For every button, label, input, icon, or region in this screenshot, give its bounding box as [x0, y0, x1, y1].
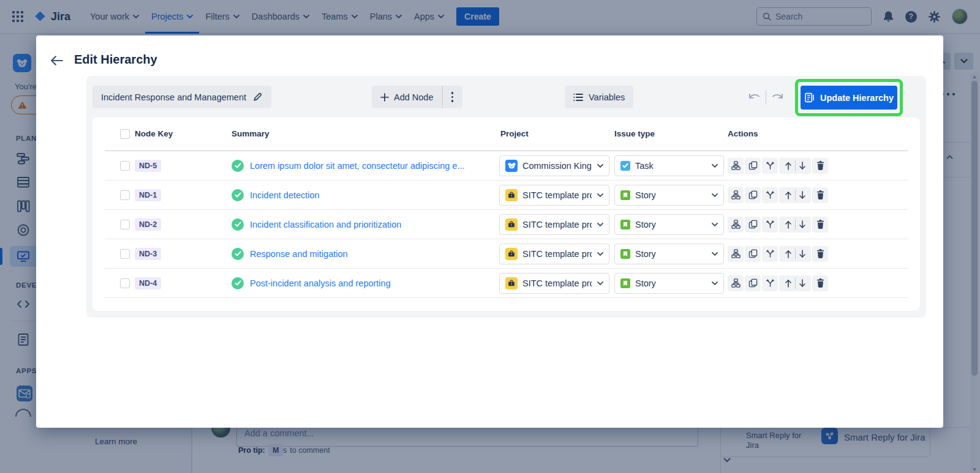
issue-type-select[interactable]: Story [614, 214, 724, 235]
plus-icon [380, 93, 389, 102]
arrow-up-icon[interactable] [784, 279, 793, 288]
arrow-up-icon[interactable] [784, 191, 793, 199]
move-node-buttons[interactable] [779, 187, 811, 203]
project-select[interactable]: SITC template proje [499, 244, 609, 264]
col-summary: Summary [232, 129, 270, 138]
duplicate-node-button[interactable] [745, 275, 761, 291]
table-row: ND-3 Response and mitigation SITC templa… [105, 239, 908, 269]
update-hierarchy-button[interactable]: Update Hierarchy [801, 86, 897, 110]
node-key-badge: ND-1 [135, 189, 161, 201]
trash-icon [816, 161, 824, 170]
status-done-icon [232, 160, 244, 172]
issue-type-select-value: Story [635, 220, 656, 229]
node-key-badge: ND-2 [135, 218, 161, 231]
row-actions [728, 275, 828, 291]
hierarchy-table-card: Node Key Summary Project Issue type Acti… [92, 117, 920, 311]
issue-type-select[interactable]: Story [614, 244, 724, 264]
arrow-down-icon[interactable] [798, 162, 807, 170]
delete-node-button[interactable] [812, 246, 828, 262]
project-select-value: SITC template proje [522, 278, 592, 288]
trash-icon [816, 190, 824, 199]
summary-link[interactable]: Incident detection [250, 190, 320, 200]
issue-type-select[interactable]: Story [614, 273, 724, 294]
table-body: ND-5 Lorem ipsum dolor sit amet, consect… [92, 151, 920, 298]
arrow-up-icon[interactable] [784, 220, 793, 229]
row-checkbox[interactable] [120, 278, 130, 288]
hierarchy-name-chip[interactable]: Incident Response and Management [92, 86, 271, 108]
copy-icon [748, 249, 758, 258]
delete-node-button[interactable] [812, 275, 828, 291]
issue-type-icon [620, 278, 630, 288]
move-node-buttons[interactable] [779, 275, 811, 291]
redo-button[interactable] [766, 92, 789, 103]
arrow-down-icon[interactable] [798, 220, 807, 229]
project-select[interactable]: SITC template proje [499, 273, 609, 294]
summary-link[interactable]: Response and mitigation [250, 249, 348, 259]
row-checkbox[interactable] [120, 249, 130, 259]
row-checkbox[interactable] [120, 161, 130, 171]
move-node-buttons[interactable] [779, 246, 811, 262]
move-node-buttons[interactable] [779, 158, 811, 174]
delete-node-button[interactable] [812, 187, 828, 203]
delete-node-button[interactable] [812, 158, 828, 174]
duplicate-node-button[interactable] [745, 217, 761, 233]
issue-type-select-value: Story [635, 190, 656, 200]
summary-link[interactable]: Lorem ipsum dolor sit amet, consectetur … [250, 161, 465, 171]
col-project: Project [500, 129, 529, 138]
arrow-up-icon[interactable] [784, 162, 793, 170]
add-child-node-button[interactable] [728, 275, 744, 291]
project-avatar [505, 189, 518, 201]
arrow-up-icon[interactable] [784, 250, 793, 258]
back-button[interactable] [50, 54, 64, 69]
add-node-button[interactable]: Add Node [372, 86, 442, 108]
status-done-icon [232, 218, 244, 231]
issue-type-select-value: Story [635, 278, 656, 288]
row-checkbox[interactable] [120, 190, 130, 200]
issue-type-select-value: Story [635, 249, 656, 259]
delete-node-button[interactable] [812, 217, 828, 233]
split-node-button[interactable] [762, 217, 778, 233]
add-node-more-button[interactable] [443, 86, 462, 108]
hierarchy-icon [731, 190, 741, 199]
split-node-button[interactable] [762, 246, 778, 262]
chevron-down-icon [712, 281, 718, 285]
page-title: Edit Hierarchy [74, 53, 157, 67]
issue-type-icon [620, 220, 630, 229]
issue-type-select-value: Task [635, 161, 654, 171]
split-node-button[interactable] [762, 158, 778, 174]
arrow-down-icon[interactable] [798, 279, 807, 288]
issue-type-select[interactable]: Task [614, 155, 724, 176]
variables-button[interactable]: Variables [565, 86, 633, 108]
issue-type-select[interactable]: Story [614, 185, 724, 206]
table-row: ND-4 Post-incident analysis and reportin… [105, 269, 908, 298]
row-actions [728, 187, 828, 203]
move-node-buttons[interactable] [779, 217, 811, 233]
split-node-button[interactable] [762, 275, 778, 291]
duplicate-node-button[interactable] [745, 187, 761, 203]
row-checkbox[interactable] [120, 220, 130, 229]
project-select[interactable]: SITC template proje [499, 185, 609, 206]
project-select[interactable]: SITC template proje [499, 214, 609, 235]
copy-icon [748, 278, 758, 288]
summary-link[interactable]: Post-incident analysis and reporting [250, 278, 391, 288]
project-select[interactable]: Commission Kings [499, 155, 609, 176]
duplicate-node-button[interactable] [745, 246, 761, 262]
arrow-down-icon[interactable] [798, 191, 807, 199]
split-node-button[interactable] [762, 187, 778, 203]
duplicate-node-button[interactable] [745, 158, 761, 174]
project-avatar [505, 160, 518, 172]
hierarchy-icon [731, 220, 741, 229]
add-child-node-button[interactable] [728, 187, 744, 203]
add-child-node-button[interactable] [728, 246, 744, 262]
row-actions [728, 217, 828, 233]
summary-link[interactable]: Incident classification and prioritizati… [250, 220, 401, 229]
add-child-node-button[interactable] [728, 217, 744, 233]
status-done-icon [232, 277, 244, 289]
select-all-checkbox[interactable] [120, 129, 130, 139]
arrow-down-icon[interactable] [798, 250, 807, 258]
add-child-node-button[interactable] [728, 158, 744, 174]
project-avatar [505, 277, 518, 289]
undo-button[interactable] [743, 92, 766, 103]
branch-icon [766, 278, 775, 288]
edit-pencil-icon[interactable] [252, 92, 263, 102]
